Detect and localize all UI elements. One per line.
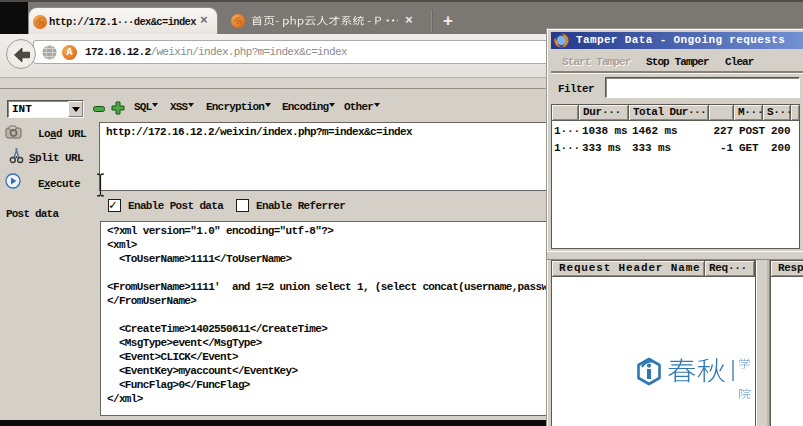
load-url-button[interactable]: Load URL: [38, 128, 86, 140]
menu-item-stop-tamper[interactable]: Stop Tamper: [646, 56, 709, 68]
tab-title: http://172.1···dex&c=index: [49, 16, 199, 28]
execute-icon: [5, 173, 21, 189]
requests-col-header-5[interactable]: S···: [763, 105, 791, 121]
minus-icon: [93, 105, 105, 113]
execute-button[interactable]: Execute: [38, 178, 80, 190]
cell: 1···: [554, 125, 580, 137]
new-tab-button[interactable]: +: [437, 11, 459, 32]
requests-col-header-1[interactable]: Dur···: [579, 105, 629, 121]
post-data-label: Post data: [6, 208, 58, 220]
requests-col-header-4[interactable]: M···: [734, 105, 763, 121]
url-bar[interactable]: A 172.16.12.2/weixin/index.php?m=index&c…: [33, 40, 549, 64]
post-data-textarea[interactable]: [100, 221, 552, 416]
horizontal-splitter[interactable]: [547, 251, 803, 260]
response-headers-panel: Resp: [770, 260, 803, 426]
requests-col-header-0[interactable]: [552, 105, 579, 121]
cell: GET: [739, 142, 759, 154]
plus-icon: [111, 101, 125, 115]
camera-icon: [5, 125, 23, 140]
watermark-yuan-glyph: [738, 388, 751, 400]
request-header-name-column[interactable]: Request Header Name: [552, 261, 705, 277]
ichunqiu-watermark: [635, 356, 755, 386]
requests-col-header-3[interactable]: [709, 105, 734, 121]
hackbar-menu-0[interactable]: SQL: [134, 101, 158, 113]
tamper-data-window: Tamper Data - Ongoing requests Start Tam…: [546, 28, 803, 426]
chevron-down-icon: [188, 103, 194, 110]
add-preset-icon[interactable]: [111, 101, 125, 115]
preset-select-value: INT: [12, 103, 32, 115]
label-pre: Lo: [38, 128, 50, 140]
watermark-brand: [667, 357, 726, 384]
tab-active[interactable]: http://172.1···dex&c=index ×: [28, 7, 218, 36]
firefox-favicon: [33, 15, 47, 29]
window-corner-block: [0, 2, 28, 36]
menu-item-start-tamper[interactable]: Start Tamper: [562, 56, 630, 68]
request-header-value-column[interactable]: Req···: [705, 261, 755, 277]
menu-item-clear[interactable]: Clear: [725, 56, 754, 68]
chevron-down-icon: [152, 103, 158, 110]
hackbar-menu-4[interactable]: Other: [344, 101, 380, 113]
hackbar-menu-1[interactable]: XSS: [170, 101, 194, 113]
vertical-splitter[interactable]: [756, 260, 770, 426]
firefox-logo-icon: [554, 33, 569, 48]
cell: 200: [771, 142, 791, 154]
firefox-logo-icon: [554, 33, 569, 48]
globe-icon: [42, 45, 57, 60]
label-post: plit URL: [35, 152, 83, 164]
cell: 227: [709, 125, 733, 137]
firefox-swirl-icon: [231, 14, 245, 28]
tab-title-cjk: [251, 16, 398, 29]
tab-close-icon[interactable]: ×: [200, 16, 208, 26]
back-button[interactable]: [6, 39, 36, 69]
menu-label: Encoding: [282, 101, 328, 113]
label-post: d URL: [56, 128, 86, 140]
url-input-textarea[interactable]: [99, 122, 552, 191]
cell: 333 ms: [632, 142, 671, 154]
enable-post-data-checkbox[interactable]: ✓: [108, 199, 121, 212]
chevron-down-icon: [72, 107, 80, 112]
hackbar-menu-3[interactable]: Encoding: [282, 101, 335, 113]
requests-col-header-6[interactable]: [791, 105, 800, 121]
cell: 200: [771, 125, 791, 137]
hackbar-menu-2[interactable]: Encryption: [206, 101, 271, 113]
chevron-down-icon: [265, 103, 271, 110]
tab-separator: [431, 10, 432, 32]
split-url-icon: [9, 147, 24, 164]
filter-label: Filter: [558, 83, 594, 95]
firefox-swirl-icon: [33, 15, 47, 29]
menu-label: SQL: [134, 101, 151, 113]
menu-label: Encryption: [206, 101, 264, 113]
url-domain: 172.16.12.2: [85, 46, 150, 58]
load-url-icon: [5, 125, 23, 140]
tab-inactive[interactable]: ×: [222, 7, 430, 36]
hackbar-preset-select[interactable]: INT: [7, 100, 84, 118]
chevron-down-icon: [374, 103, 380, 110]
enable-referrer-checkbox[interactable]: [236, 199, 249, 212]
site-favicon: A: [62, 45, 77, 60]
checkmark-icon: ✓: [109, 197, 117, 213]
response-header-name-column[interactable]: Resp: [771, 261, 803, 277]
watermark-suffix-glyphs: [738, 358, 751, 400]
globe-icon: [42, 45, 57, 60]
remove-preset-icon[interactable]: [93, 105, 105, 113]
menu-label: Other: [344, 101, 373, 113]
tamper-title-bar[interactable]: Tamper Data - Ongoing requests: [551, 32, 803, 49]
cell: 1038 ms: [582, 125, 628, 137]
tab-title-glyphs: [251, 16, 398, 29]
play-icon: [5, 173, 21, 189]
menu-label: XSS: [170, 101, 187, 113]
ibeam-cursor-icon: [95, 173, 106, 197]
scissors-icon: [9, 147, 24, 164]
cell: 1462 ms: [632, 125, 678, 137]
label-post: ecute: [50, 178, 80, 190]
requests-col-header-2[interactable]: Total Dur···: [629, 105, 709, 121]
select-dropdown-button[interactable]: [68, 101, 83, 117]
tab-close-icon[interactable]: ×: [405, 16, 413, 26]
watermark-divider: [732, 360, 734, 381]
enable-referrer-label: Enable Referrer: [256, 200, 345, 212]
hexagon-i-logo-icon: [635, 357, 663, 386]
hexagon-logo-icon: [635, 357, 663, 386]
watermark-xue-glyph: [738, 358, 751, 370]
filter-input[interactable]: [605, 77, 800, 98]
split-url-button[interactable]: Split URL: [29, 152, 83, 164]
